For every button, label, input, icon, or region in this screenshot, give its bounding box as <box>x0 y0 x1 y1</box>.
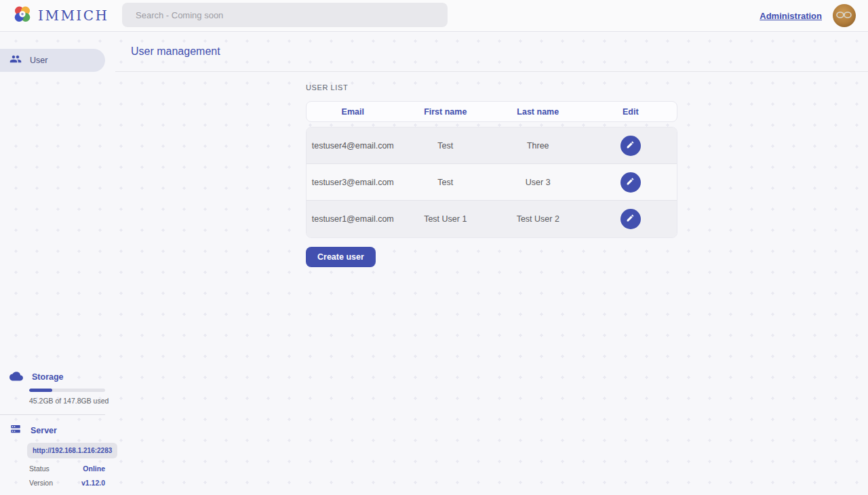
cell-first-name: Test <box>399 178 492 187</box>
column-header-first-name: First name <box>399 107 492 117</box>
table-row: testuser1@email.com Test User 1 Test Use… <box>307 201 677 237</box>
sidebar: User Storage 45.2GB of 147.8GB used <box>0 32 115 495</box>
user-table-header: Email First name Last name Edit <box>306 101 677 122</box>
search-bar[interactable] <box>122 3 448 27</box>
edit-user-button[interactable] <box>620 209 641 229</box>
cell-last-name: User 3 <box>492 178 585 187</box>
column-header-edit: Edit <box>585 107 677 117</box>
cell-email: testuser1@email.com <box>307 214 399 224</box>
create-user-button[interactable]: Create user <box>306 247 376 267</box>
server-version-label: Version <box>29 479 53 487</box>
sidebar-item-user-label: User <box>30 56 47 65</box>
page-title: User management <box>131 45 220 58</box>
pencil-icon <box>626 140 635 151</box>
sidebar-item-user[interactable]: User <box>0 49 105 72</box>
main-area: User management USER LIST Email First na… <box>115 32 868 495</box>
cell-last-name: Test User 2 <box>492 214 585 224</box>
pencil-icon <box>626 177 635 188</box>
administration-link[interactable]: Administration <box>760 11 822 21</box>
pencil-icon <box>626 214 635 224</box>
table-row: testuser3@email.com Test User 3 <box>307 164 677 201</box>
sidebar-footer: Storage 45.2GB of 147.8GB used Server ht… <box>0 370 115 495</box>
cell-first-name: Test User 1 <box>399 214 492 224</box>
server-title: Server <box>31 426 57 435</box>
server-version-row: Version v1.12.0 <box>29 479 105 487</box>
storage-progress-fill <box>29 389 52 392</box>
user-table: testuser4@email.com Test Three testuser3… <box>306 127 677 238</box>
immich-flower-icon <box>12 4 33 27</box>
storage-usage-text: 45.2GB of 147.8GB used <box>29 397 115 405</box>
table-row: testuser4@email.com Test Three <box>307 127 677 164</box>
server-status-row: Status Online <box>29 464 105 473</box>
storage-title: Storage <box>32 372 64 382</box>
glasses-icon <box>836 12 852 18</box>
page-header: User management <box>115 32 868 72</box>
edit-user-button[interactable] <box>620 136 641 156</box>
user-list-label: USER LIST <box>306 83 677 92</box>
cell-email: testuser4@email.com <box>307 141 399 151</box>
cell-first-name: Test <box>399 141 492 151</box>
server-status-label: Status <box>29 464 50 473</box>
app-logo[interactable]: IMMICH <box>0 4 109 27</box>
cell-email: testuser3@email.com <box>307 178 399 187</box>
top-navbar: IMMICH Administration <box>0 0 868 32</box>
cell-last-name: Three <box>492 141 585 151</box>
cloud-icon <box>9 370 23 384</box>
sidebar-divider <box>0 414 105 415</box>
app-title: IMMICH <box>38 7 109 24</box>
users-icon <box>9 53 22 68</box>
column-header-last-name: Last name <box>492 107 585 117</box>
server-status-value: Online <box>83 464 105 473</box>
server-url-badge: http://192.168.1.216:2283 <box>27 443 117 458</box>
storage-progress-bar <box>29 389 105 392</box>
server-version-value: v1.12.0 <box>81 479 105 487</box>
edit-user-button[interactable] <box>620 172 641 193</box>
user-avatar[interactable] <box>833 4 856 27</box>
column-header-email: Email <box>307 107 399 117</box>
search-input[interactable] <box>122 3 448 27</box>
server-icon <box>9 424 22 437</box>
